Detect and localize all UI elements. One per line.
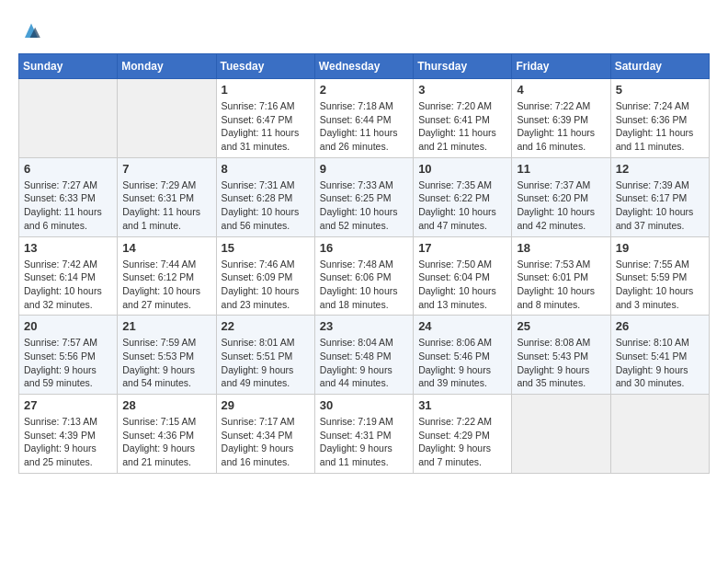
day-info: Sunrise: 7:57 AM Sunset: 5:56 PM Dayligh… [24,336,112,390]
day-info: Sunrise: 7:55 AM Sunset: 5:59 PM Dayligh… [616,258,704,312]
calendar-cell [19,79,118,158]
day-number: 3 [418,83,506,97]
weekday-header-thursday: Thursday [414,54,512,79]
calendar-week-row: 13Sunrise: 7:42 AM Sunset: 6:14 PM Dayli… [19,236,710,316]
calendar-cell: 11Sunrise: 7:37 AM Sunset: 6:20 PM Dayli… [512,157,610,236]
day-number: 20 [24,319,112,333]
day-info: Sunrise: 7:19 AM Sunset: 4:31 PM Dayligh… [320,415,408,469]
calendar-header-row: SundayMondayTuesdayWednesdayThursdayFrid… [19,54,710,79]
day-number: 13 [24,241,112,255]
calendar-cell: 29Sunrise: 7:17 AM Sunset: 4:34 PM Dayli… [216,395,314,474]
day-number: 8 [222,162,310,176]
day-info: Sunrise: 7:18 AM Sunset: 6:44 PM Dayligh… [320,99,408,154]
day-number: 24 [418,319,506,333]
calendar-cell: 27Sunrise: 7:13 AM Sunset: 4:39 PM Dayli… [19,395,118,474]
calendar-cell: 9Sunrise: 7:33 AM Sunset: 6:25 PM Daylig… [314,157,413,236]
day-number: 22 [222,319,310,333]
day-number: 16 [320,241,408,255]
calendar-cell: 15Sunrise: 7:46 AM Sunset: 6:09 PM Dayli… [216,236,314,316]
day-info: Sunrise: 7:35 AM Sunset: 6:22 PM Dayligh… [418,178,506,233]
day-info: Sunrise: 7:20 AM Sunset: 6:41 PM Dayligh… [418,99,506,154]
day-info: Sunrise: 8:04 AM Sunset: 5:48 PM Dayligh… [320,336,408,390]
calendar-cell: 18Sunrise: 7:53 AM Sunset: 6:01 PM Dayli… [512,236,610,316]
calendar-cell: 7Sunrise: 7:29 AM Sunset: 6:31 PM Daylig… [118,157,216,236]
day-info: Sunrise: 7:27 AM Sunset: 6:33 PM Dayligh… [24,178,112,233]
calendar-cell: 30Sunrise: 7:19 AM Sunset: 4:31 PM Dayli… [314,395,413,474]
day-info: Sunrise: 7:17 AM Sunset: 4:34 PM Dayligh… [222,415,310,469]
day-info: Sunrise: 7:39 AM Sunset: 6:17 PM Dayligh… [616,178,704,233]
day-info: Sunrise: 7:48 AM Sunset: 6:06 PM Dayligh… [320,258,408,312]
calendar-cell: 12Sunrise: 7:39 AM Sunset: 6:17 PM Dayli… [610,157,709,236]
calendar-cell [118,79,216,158]
day-info: Sunrise: 7:44 AM Sunset: 6:12 PM Dayligh… [122,258,210,312]
day-info: Sunrise: 8:08 AM Sunset: 5:43 PM Dayligh… [517,336,605,390]
day-info: Sunrise: 7:13 AM Sunset: 4:39 PM Dayligh… [24,415,112,469]
day-number: 23 [320,319,408,333]
day-info: Sunrise: 7:50 AM Sunset: 6:04 PM Dayligh… [418,258,506,312]
calendar-table: SundayMondayTuesdayWednesdayThursdayFrid… [18,53,710,474]
day-info: Sunrise: 7:33 AM Sunset: 6:25 PM Dayligh… [320,178,408,233]
calendar-cell: 16Sunrise: 7:48 AM Sunset: 6:06 PM Dayli… [314,236,413,316]
calendar-cell [512,395,610,474]
calendar-cell: 2Sunrise: 7:18 AM Sunset: 6:44 PM Daylig… [314,79,413,158]
day-info: Sunrise: 7:59 AM Sunset: 5:53 PM Dayligh… [122,336,210,390]
calendar-cell [610,395,709,474]
day-info: Sunrise: 8:10 AM Sunset: 5:41 PM Dayligh… [616,336,704,390]
calendar-cell: 1Sunrise: 7:16 AM Sunset: 6:47 PM Daylig… [216,79,314,158]
day-number: 10 [418,162,506,176]
day-number: 7 [122,162,210,176]
day-number: 27 [24,398,112,412]
day-number: 28 [122,398,210,412]
calendar-cell: 6Sunrise: 7:27 AM Sunset: 6:33 PM Daylig… [19,157,118,236]
day-number: 29 [222,398,310,412]
calendar-week-row: 1Sunrise: 7:16 AM Sunset: 6:47 PM Daylig… [19,79,710,158]
day-number: 17 [418,241,506,255]
calendar-cell: 14Sunrise: 7:44 AM Sunset: 6:12 PM Dayli… [118,236,216,316]
day-info: Sunrise: 7:24 AM Sunset: 6:36 PM Dayligh… [616,99,704,154]
day-number: 15 [222,241,310,255]
calendar-cell: 4Sunrise: 7:22 AM Sunset: 6:39 PM Daylig… [512,79,610,158]
day-info: Sunrise: 7:37 AM Sunset: 6:20 PM Dayligh… [517,178,605,233]
day-number: 4 [517,83,605,97]
calendar-cell: 28Sunrise: 7:15 AM Sunset: 4:36 PM Dayli… [118,395,216,474]
day-info: Sunrise: 7:16 AM Sunset: 6:47 PM Dayligh… [222,99,310,154]
weekday-header-monday: Monday [118,54,216,79]
day-info: Sunrise: 8:06 AM Sunset: 5:46 PM Dayligh… [418,336,506,390]
day-number: 31 [418,398,506,412]
day-number: 26 [616,319,704,333]
day-number: 25 [517,319,605,333]
weekday-header-sunday: Sunday [19,54,118,79]
page-header [18,18,710,44]
day-info: Sunrise: 7:42 AM Sunset: 6:14 PM Dayligh… [24,258,112,312]
day-info: Sunrise: 7:22 AM Sunset: 6:39 PM Dayligh… [517,99,605,154]
day-number: 19 [616,241,704,255]
calendar-cell: 17Sunrise: 7:50 AM Sunset: 6:04 PM Dayli… [414,236,512,316]
day-number: 12 [616,162,704,176]
calendar-cell: 26Sunrise: 8:10 AM Sunset: 5:41 PM Dayli… [610,316,709,395]
day-info: Sunrise: 7:22 AM Sunset: 4:29 PM Dayligh… [418,415,506,469]
calendar-week-row: 20Sunrise: 7:57 AM Sunset: 5:56 PM Dayli… [19,316,710,395]
day-info: Sunrise: 7:53 AM Sunset: 6:01 PM Dayligh… [517,258,605,312]
day-info: Sunrise: 7:15 AM Sunset: 4:36 PM Dayligh… [122,415,210,469]
day-number: 11 [517,162,605,176]
day-number: 1 [222,83,310,97]
day-number: 2 [320,83,408,97]
calendar-cell: 24Sunrise: 8:06 AM Sunset: 5:46 PM Dayli… [414,316,512,395]
calendar-cell: 10Sunrise: 7:35 AM Sunset: 6:22 PM Dayli… [414,157,512,236]
weekday-header-wednesday: Wednesday [314,54,413,79]
weekday-header-friday: Friday [512,54,610,79]
weekday-header-tuesday: Tuesday [216,54,314,79]
day-number: 30 [320,398,408,412]
calendar-week-row: 6Sunrise: 7:27 AM Sunset: 6:33 PM Daylig… [19,157,710,236]
calendar-cell: 3Sunrise: 7:20 AM Sunset: 6:41 PM Daylig… [414,79,512,158]
day-info: Sunrise: 7:46 AM Sunset: 6:09 PM Dayligh… [222,258,310,312]
calendar-cell: 25Sunrise: 8:08 AM Sunset: 5:43 PM Dayli… [512,316,610,395]
calendar-cell: 22Sunrise: 8:01 AM Sunset: 5:51 PM Dayli… [216,316,314,395]
day-number: 18 [517,241,605,255]
logo [18,18,46,44]
day-number: 5 [616,83,704,97]
day-number: 9 [320,162,408,176]
calendar-cell: 20Sunrise: 7:57 AM Sunset: 5:56 PM Dayli… [19,316,118,395]
day-number: 6 [24,162,112,176]
calendar-week-row: 27Sunrise: 7:13 AM Sunset: 4:39 PM Dayli… [19,395,710,474]
